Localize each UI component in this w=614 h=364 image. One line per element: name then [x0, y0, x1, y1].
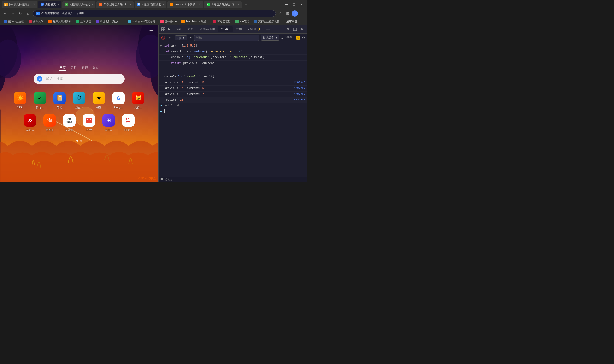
tab-js-sf[interactable]: sf javascript - js的多... × [167, 1, 203, 8]
bookmark-star-icon[interactable]: ☆ [277, 10, 284, 16]
extensions-icon[interactable]: ⊡ [285, 10, 291, 16]
tab-close-icon-active[interactable]: × [57, 3, 59, 6]
app-sxt[interactable]: SXTavs 尚学... [122, 114, 135, 132]
tab-js-ways[interactable]: js js遍历的几种方式 × [62, 1, 95, 8]
filter-toggle-icon[interactable]: ⊘ [168, 35, 173, 40]
level-selector[interactable]: 默认级别 ▼ [261, 35, 279, 40]
hamburger-menu-button[interactable]: ☰ [149, 28, 154, 34]
console-line-7: console.log('result:',result) [158, 74, 307, 80]
devtools-tab-network[interactable]: 网络 [185, 26, 196, 32]
devtools-dock-icon[interactable] [292, 26, 298, 32]
bookmark-label-7: 狂神说vue [165, 20, 177, 23]
tab-favicon-7: C [207, 3, 210, 6]
app-tmall[interactable]: 🐱 天猫... [132, 92, 144, 109]
search-tab-image[interactable]: 图片 [70, 66, 77, 71]
bookmark-vue[interactable]: 狂神说vue [158, 19, 179, 24]
console-filter-input[interactable] [194, 35, 259, 41]
devtools-inspect-icon[interactable] [160, 26, 166, 32]
console-source-3[interactable]: VM329:3 [292, 92, 305, 96]
app-label-tmall: 天猫... [134, 106, 142, 109]
bookmark-youdao[interactable]: 有道云笔记 [211, 19, 232, 24]
console-blank [158, 72, 307, 74]
app-weather[interactable]: ☀️ 24°C [14, 92, 26, 109]
bookmark-favicon-10 [235, 20, 239, 23]
bookmark-springboot[interactable]: springboot笔记参考 [126, 19, 157, 24]
search-tabs: 网页 图片 贴吧 知道 [34, 66, 125, 71]
refresh-button[interactable]: ↻ [17, 10, 24, 16]
maximize-button[interactable]: □ [291, 1, 297, 8]
app-gmail[interactable]: Gmail [83, 114, 95, 132]
devtools-more-tabs[interactable]: >> [264, 27, 271, 31]
tab-label: js中的几种遍历方... [9, 3, 32, 6]
app-history[interactable]: ⏱ 历史... [73, 92, 85, 109]
app-bookmarks[interactable]: ★ 书签 [92, 92, 105, 109]
status-hamburger-icon[interactable]: ☰ [160, 178, 163, 181]
tab-close-icon-3[interactable]: × [91, 3, 93, 6]
context-selector[interactable]: top ▼ [175, 36, 187, 40]
devtools-tab-sources[interactable]: 源代码/来源 [197, 26, 218, 32]
devtools-tab-console[interactable]: 控制台 [218, 26, 233, 32]
bookmark-thesis[interactable]: 毕业设计（论文）... [94, 19, 125, 24]
devtools-tab-elements[interactable]: 元素 [173, 26, 184, 32]
tab-close-icon[interactable]: × [33, 3, 35, 6]
bookmark-programmer[interactable]: 程序员常用资料 [47, 19, 73, 24]
app-jd[interactable]: JD 京东... [24, 114, 36, 132]
forward-button[interactable]: → [10, 10, 16, 16]
tab-close-icon-7[interactable]: × [237, 3, 239, 6]
close-window-button[interactable]: × [298, 1, 305, 8]
console-line-1: ▶ let arr = [1,3,5,7] [158, 43, 307, 49]
tab-close-icon-6[interactable]: × [199, 3, 201, 6]
bookmark-all-label: 所有书签 [286, 20, 297, 23]
search-input[interactable]: 输入并搜索 [46, 77, 121, 81]
menu-icon[interactable]: ⋮ [299, 10, 305, 16]
tab-close-icon-5[interactable]: × [162, 3, 164, 6]
app-icon-history: ⏱ [73, 92, 85, 104]
bookmark-teambition[interactable]: T Teambition · 阿里... [179, 19, 210, 24]
tab-close-icon-4[interactable]: × [130, 3, 131, 6]
bookmark-daer[interactable]: 戴尔作业提交 [2, 19, 26, 24]
new-tab-button[interactable]: + [242, 1, 249, 8]
bookmark-huidu[interactable]: 惠都企业数字化管... [252, 19, 284, 24]
tab-js-array[interactable]: JS JS数组遍历方法：f... × [96, 1, 134, 8]
search-tab-zhidao[interactable]: 知道 [92, 66, 99, 71]
search-box[interactable]: 百 输入并搜索 [34, 74, 125, 84]
app-label-apps: 应用... [105, 128, 112, 132]
bookmark-all[interactable]: 所有书签 [285, 19, 299, 24]
tab-new[interactable]: N 新标签页 × [38, 1, 61, 8]
app-todo[interactable]: ✓ 待办... [34, 92, 46, 109]
search-tab-tieba[interactable]: 贴吧 [81, 66, 88, 71]
console-line-5: }) [158, 66, 307, 72]
devtools-pointer-icon[interactable] [167, 26, 172, 32]
devtools-tab-recorder[interactable]: 记录器 ⚡ [245, 26, 264, 32]
app-google[interactable]: G Goog... [112, 92, 125, 109]
bookmark-label-6: springboot笔记参考 [132, 20, 155, 23]
console-settings-icon[interactable]: ⚙ [302, 36, 305, 40]
home-button[interactable]: ⌂ [25, 10, 31, 16]
console-source-2[interactable]: VM329:3 [292, 86, 305, 91]
devtools-close-icon[interactable]: × [299, 26, 305, 32]
devtools-settings-icon[interactable]: ⚙ [285, 26, 291, 32]
back-button[interactable]: ← [2, 10, 8, 16]
profile-icon[interactable]: U [292, 10, 298, 16]
app-extfans[interactable]: Extfans 扩展迷 [63, 114, 76, 132]
minimize-button[interactable]: ─ [283, 1, 290, 8]
console-source-1[interactable]: VM329:3 [292, 80, 305, 85]
app-notes[interactable]: 📔 笔记 [53, 92, 66, 109]
eye-icon[interactable]: 👁 [189, 36, 192, 39]
search-tab-web[interactable]: 网页 [59, 66, 66, 71]
app-taobao[interactable]: 淘 爱淘宝 [43, 114, 56, 132]
expand-icon-1[interactable]: ▶ [160, 44, 163, 48]
tab-js-csdn[interactable]: C Js遍历方法总结_与... × [204, 1, 242, 8]
console-text-out3: previous: 9 current: 7 [164, 92, 292, 97]
devtools-tab-application[interactable]: 应用 [233, 26, 245, 32]
devtools-tabs-bar: 元素 网络 源代码/来源 控制台 应用 记录器 ⚡ >> ⚙ × [158, 25, 307, 34]
tab-js-traverse[interactable]: js js中的几种遍历方... × [2, 1, 37, 8]
console-source-result[interactable]: VM329:7 [292, 98, 305, 102]
url-input[interactable]: 百 在百度中搜索，或者输入一个网址 [33, 10, 276, 17]
tab-js-baidu[interactable]: 百 js遍历_百度搜索 × [135, 1, 167, 8]
bookmark-vue-note[interactable]: vue笔记 [233, 19, 251, 24]
clear-console-icon[interactable]: 🚫 [160, 35, 166, 40]
bookmark-network[interactable]: 上网认证 [74, 19, 93, 24]
bookmark-yangzhou[interactable]: 扬州大学 [27, 19, 46, 24]
app-apps[interactable]: ⊞ 应用... [102, 114, 115, 132]
